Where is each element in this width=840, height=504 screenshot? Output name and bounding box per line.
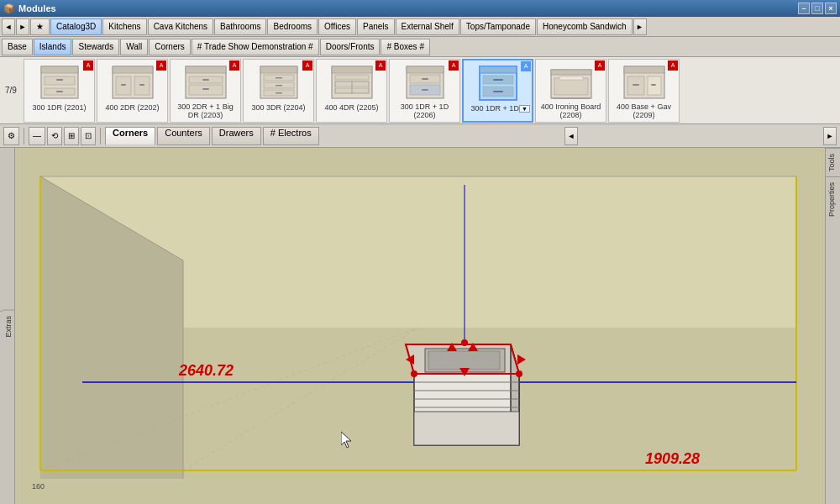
- left-sidebar: Extras Items Automatic Insert Module Lis…: [0, 148, 15, 504]
- nav-bedrooms-button[interactable]: Bedrooms: [267, 18, 318, 35]
- nav-honeycomb-button[interactable]: Honeycomb Sandwich: [537, 18, 633, 35]
- thumbnail-strip: 7/9 A 300 1DR (2201) A: [0, 57, 840, 124]
- tab-scroll-left[interactable]: ◄: [564, 127, 578, 145]
- nav-forward-button[interactable]: ►: [16, 18, 29, 35]
- tab-trade-show[interactable]: # Trade Show Demonstration #: [192, 39, 319, 55]
- thumb-img-9: [619, 61, 669, 102]
- tab-boxes[interactable]: # Boxes #: [381, 39, 429, 55]
- title-icon: 📦: [3, 3, 15, 14]
- tab-doors-fronts[interactable]: Doors/Fronts: [320, 39, 381, 55]
- tool-settings-button[interactable]: ⚙: [3, 127, 19, 145]
- tool-undo-button[interactable]: ⟲: [47, 127, 62, 145]
- tab-corners-button[interactable]: Corners: [105, 127, 155, 145]
- svg-rect-34: [407, 66, 444, 73]
- tab-electros-button[interactable]: # Electros: [263, 127, 319, 145]
- close-button[interactable]: ×: [825, 3, 837, 14]
- main-container: Extras Items Automatic Insert Module Lis…: [0, 148, 840, 504]
- toolbar-sep-1: [24, 128, 24, 144]
- tab-wall[interactable]: Wall: [120, 39, 148, 55]
- nav-tops-button[interactable]: Tops/Tamponade: [460, 18, 536, 35]
- thumb-icon-1: A: [83, 60, 93, 71]
- title-text: Modules: [18, 3, 56, 13]
- maximize-button[interactable]: □: [811, 3, 823, 14]
- svg-rect-37: [422, 78, 428, 80]
- sidebar-properties-tab[interactable]: Properties: [826, 176, 840, 222]
- svg-rect-16: [202, 79, 209, 81]
- nav-more-button[interactable]: ►: [633, 18, 647, 35]
- svg-rect-44: [493, 91, 503, 92]
- thumb-img-1: [34, 61, 85, 103]
- sidebar-tools-tab[interactable]: Tools: [826, 148, 840, 176]
- tab-stewards[interactable]: Stewards: [72, 39, 119, 55]
- sidebar-items-tab[interactable]: Items: [0, 311, 3, 340]
- thumb-item-4[interactable]: A 300 3DR (2204): [243, 59, 314, 123]
- thumb-item-9[interactable]: A 400 Base + Gav (2209): [608, 59, 680, 123]
- svg-rect-54: [633, 84, 639, 86]
- svg-marker-69: [414, 412, 519, 445]
- title-bar-left: 📦 Modules: [3, 3, 56, 14]
- page-number: 7/9: [2, 84, 22, 97]
- nav-back-button[interactable]: ◄: [2, 18, 15, 35]
- thumb-label-2: 400 2DR (2202): [105, 104, 159, 113]
- nav-favorite-button[interactable]: ★: [30, 18, 50, 35]
- svg-rect-46: [551, 70, 591, 75]
- thumb-label-8: 400 Ironing Board (2208): [538, 103, 604, 120]
- thumb-icon-2: A: [156, 60, 166, 71]
- svg-rect-75: [428, 351, 500, 370]
- svg-rect-10: [121, 84, 126, 86]
- svg-rect-47: [554, 78, 588, 95]
- thumb-item-7-selected[interactable]: A 300 1DR + 1DR ▼: [462, 59, 533, 123]
- svg-rect-28: [335, 75, 369, 80]
- nav-cava-kitchens-button[interactable]: Cava Kitchens: [148, 18, 213, 35]
- svg-rect-38: [422, 89, 428, 91]
- thumb-dropdown-7[interactable]: ▼: [519, 105, 530, 113]
- nav-bathrooms-button[interactable]: Bathrooms: [214, 18, 266, 35]
- thumb-icon-3: A: [229, 60, 239, 71]
- nav-external-shelf-button[interactable]: External Shelf: [396, 18, 459, 35]
- thumb-item-5[interactable]: A 400 4DR (2205): [316, 59, 387, 123]
- svg-rect-23: [276, 77, 282, 79]
- tab-corners[interactable]: Corners: [149, 39, 191, 55]
- svg-rect-25: [276, 92, 282, 94]
- svg-rect-4: [56, 79, 63, 81]
- svg-rect-11: [139, 84, 144, 86]
- svg-rect-55: [651, 84, 656, 86]
- svg-rect-17: [202, 88, 209, 90]
- minimize-button[interactable]: –: [798, 3, 810, 14]
- svg-rect-24: [276, 85, 282, 87]
- nav-bar-1: ◄ ► ★ Catalog3D Kitchens Cava Kitchens B…: [0, 17, 840, 37]
- coord-display: 160: [32, 482, 45, 491]
- thumb-label-9: 400 Base + Gav (2209): [611, 103, 677, 120]
- thumb-item-6[interactable]: A 300 1DR + 1D (2206): [389, 59, 460, 123]
- tab-counters-button[interactable]: Counters: [157, 127, 210, 145]
- nav-offices-button[interactable]: Offices: [318, 18, 356, 35]
- tab-islands[interactable]: Islands: [34, 39, 72, 55]
- sidebar-extras-tab[interactable]: Extras: [3, 310, 14, 343]
- thumb-item-2[interactable]: A 400 2DR (2202): [97, 59, 168, 123]
- svg-rect-7: [113, 66, 153, 73]
- thumb-item-3[interactable]: A 300 2DR + 1 Big DR (2203): [170, 59, 241, 123]
- nav-kitchens-button[interactable]: Kitchens: [102, 18, 146, 35]
- tab-scroll-right[interactable]: ►: [823, 127, 837, 145]
- tool-line-button[interactable]: —: [29, 127, 45, 145]
- thumb-label-4: 300 3DR (2204): [251, 104, 305, 113]
- nav-catalog3d-button[interactable]: Catalog3D: [50, 18, 102, 35]
- thumb-item-8[interactable]: A 400 Ironing Board (2208): [535, 59, 606, 123]
- thumb-img-6: [400, 61, 450, 102]
- right-sidebar: Tools Properties: [825, 148, 840, 504]
- thumb-label-3: 300 2DR + 1 Big DR (2203): [172, 103, 239, 120]
- thumb-icon-8: A: [595, 60, 605, 71]
- tool-grid-button[interactable]: ⊞: [64, 127, 79, 145]
- thumb-img-7: [473, 62, 523, 104]
- viewport-3d[interactable]: 2640.72 1909.28 160: [15, 148, 825, 504]
- tab-drawers-button[interactable]: Drawers: [212, 127, 261, 145]
- nav-panels-button[interactable]: Panels: [357, 18, 395, 35]
- toolbar-row: ⚙ — ⟲ ⊞ ⊡ Corners Counters Drawers # Ele…: [0, 124, 840, 148]
- tool-select-button[interactable]: ⊡: [81, 127, 96, 145]
- thumb-label-5: 400 4DR (2205): [324, 104, 378, 113]
- thumb-item-1[interactable]: A 300 1DR (2201): [24, 59, 95, 123]
- svg-rect-1: [41, 66, 78, 73]
- toolbar-sep-2: [100, 128, 101, 144]
- title-bar-buttons: – □ ×: [798, 3, 837, 14]
- tab-base[interactable]: Base: [2, 39, 33, 55]
